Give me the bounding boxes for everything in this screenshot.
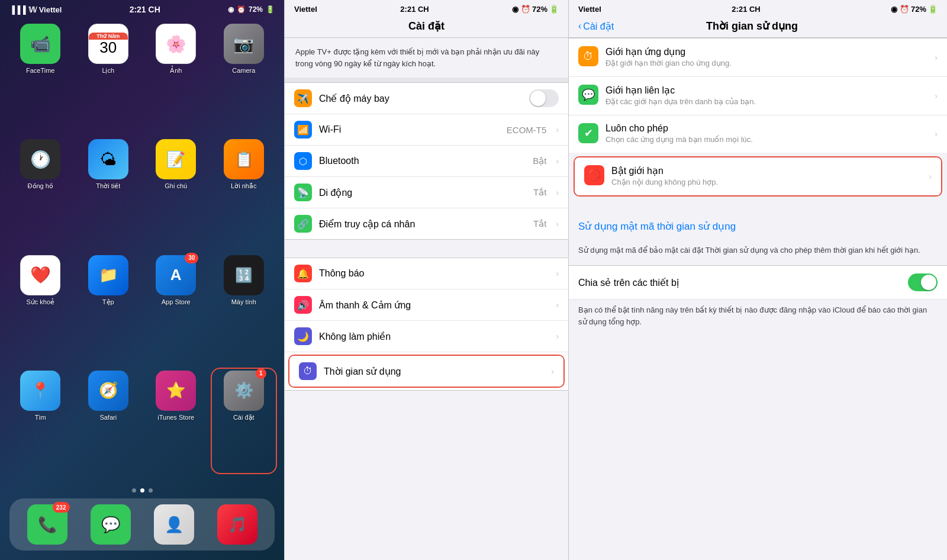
app-grid: 📹 FaceTime Thứ Năm 30 Lịch 🌸 Ảnh 📷 Camer… [0,17,284,482]
itunes-icon-img: ⭐ [156,371,196,411]
passcode-link[interactable]: Sử dụng mật mã thời gian sử dụng [569,213,947,240]
promo-banner: Apple TV+ được tặng kèm với thiết bị mới… [285,38,568,82]
clock-glyph: 🕐 [30,150,51,169]
app-limits-row[interactable]: ⏱ Giới hạn ứng dụng Đặt giới hạn thời gi… [569,38,947,77]
itunes-label: iTunes Store [157,414,194,421]
screentime-row[interactable]: ⏱ Thời gian sử dụng › [289,356,563,387]
dot-2 [140,488,144,493]
files-label: Tệp [102,298,114,306]
cellular-row[interactable]: 📡 Di động Tắt › [285,177,568,208]
app-weather[interactable]: 🌤 Thời tiết [80,139,137,244]
screentime-highlight: ⏱ Thời gian sử dụng › [288,355,565,388]
app-clock[interactable]: 🕐 Đồng hồ [12,139,69,244]
app-facetime[interactable]: 📹 FaceTime [12,24,69,128]
safari-label: Safari [99,414,117,421]
weather-icon-img: 🌤 [88,139,128,179]
back-chevron-icon: ‹ [578,21,581,31]
notifications-label: Thông báo [319,268,549,279]
app-settings[interactable]: ⚙️ 1 Cài đặt [215,371,273,475]
screentime-icon: ⏱ [299,362,317,380]
camera-icon-img: 📷 [224,24,264,64]
enable-limits-subtitle: Chặn nội dung không phù hợp. [611,178,922,188]
app-appstore[interactable]: A 30 App Store [147,255,205,360]
dnd-row[interactable]: 🌙 Không làm phiền › [285,321,568,352]
cal-day: 30 [99,40,117,55]
dot-1 [132,488,136,493]
always-allowed-text: Luôn cho phép Chọn các ứng dụng mà bạn m… [605,123,927,145]
safari-icon-img: 🧭 [88,371,128,411]
app-safari[interactable]: 🧭 Safari [80,371,137,475]
app-calendar[interactable]: Thứ Năm 30 Lịch [80,24,137,128]
share-row[interactable]: Chia sẻ trên các thiết bị [569,265,947,300]
gap-2 [569,200,947,212]
cellular-value: Tắt [533,187,546,198]
hotspot-icon: 🔗 [294,215,312,233]
location-icon: ◉ [228,5,234,14]
enable-limits-row[interactable]: 🚫 Bật giới hạn Chặn nội dung không phù h… [575,157,941,195]
settings-label: Cài đặt [233,414,255,421]
airplane-row[interactable]: ✈️ Chế độ máy bay [285,83,568,114]
app-files[interactable]: 📁 Tệp [80,255,137,360]
facetime-label: FaceTime [26,67,55,74]
wifi-label: Wi-Fi [319,124,500,135]
dock-music[interactable]: 🎵 [217,504,257,545]
communication-text: Giới hạn liên lạc Đặt các giới hạn dựa t… [605,85,927,107]
find-glyph: 📍 [31,381,50,400]
music-glyph: 🎵 [228,516,247,534]
app-notes[interactable]: 📝 Ghi chú [147,139,205,244]
app-camera[interactable]: 📷 Camera [215,24,273,128]
bluetooth-row[interactable]: ⬡ Bluetooth Bật › [285,146,568,177]
connectivity-group: ✈️ Chế độ máy bay 📶 Wi-Fi ECOM-T5 › ⬡ Bl… [285,82,568,240]
promo-text: Apple TV+ được tặng kèm với thiết bị mới… [295,47,539,68]
health-icon-img: ❤️ [20,255,60,295]
dock: 📞 232 💬 👤 🎵 [9,498,275,551]
app-find[interactable]: 📍 Tìm [12,371,69,475]
dock-contacts[interactable]: 👤 [154,504,194,545]
app-reminders[interactable]: 📋 Lời nhắc [215,139,273,244]
photos-icon-img: 🌸 [156,24,196,64]
calendar-label: Lịch [102,67,114,75]
enable-limits-title: Bật giới hạn [611,165,922,176]
hotspot-label: Điểm truy cập cá nhân [319,218,526,230]
airplane-label: Chế độ máy bay [319,93,522,104]
personal-hotspot-row[interactable]: 🔗 Điểm truy cập cá nhân Tắt › [285,208,568,239]
enable-limits-chevron: › [929,172,932,181]
p2-carrier: Viettel [294,5,317,14]
app-itunes[interactable]: ⭐ iTunes Store [147,371,205,475]
cellular-label: Di động [319,187,526,198]
carrier-wifi: ▐▐▐ 𝕎 Viettel [9,5,62,14]
app-calculator[interactable]: 🔢 Máy tính [215,255,273,360]
iphone-home-screen: ▐▐▐ 𝕎 Viettel 2:21 CH ◉ ⏰ 72% 🔋 📹 FaceTi… [0,0,284,560]
always-allowed-subtitle: Chọn các ứng dụng mà bạn muốn mọi lúc. [605,135,927,145]
wifi-row-icon: 📶 [294,121,312,139]
settings-icon-img: ⚙️ 1 [224,371,264,411]
notifications-row[interactable]: 🔔 Thông báo › [285,258,568,289]
p2-battery: ◉ ⏰ 72% 🔋 [512,5,559,14]
share-text: Chia sẻ trên các thiết bị [578,277,901,288]
p3-items-group: ⏱ Giới hạn ứng dụng Đặt giới hạn thời gi… [569,38,947,153]
dock-messages[interactable]: 💬 [91,504,131,545]
app-limits-chevron: › [935,53,938,62]
camera-label: Camera [232,67,255,74]
always-allowed-chevron: › [935,129,938,139]
files-icon-img: 📁 [88,255,128,295]
share-toggle[interactable] [908,273,938,291]
calculator-icon-img: 🔢 [224,255,264,295]
screentime-detail-screen: Viettel 2:21 CH ◉ ⏰ 72% 🔋 ‹ Cài đặt Thời… [568,0,947,560]
communication-row[interactable]: 💬 Giới hạn liên lạc Đặt các giới hạn dựa… [569,77,947,115]
system-group: 🔔 Thông báo › 🔊 Âm thanh & Cảm ứng › 🌙 K… [285,258,568,391]
dock-phone[interactable]: 📞 232 [27,504,67,545]
sounds-row[interactable]: 🔊 Âm thanh & Cảm ứng › [285,289,568,321]
app-limits-text: Giới hạn ứng dụng Đặt giới hạn thời gian… [605,46,927,69]
app-health[interactable]: ❤️ Sức khoẻ [12,255,69,360]
facetime-glyph: 📹 [30,34,51,54]
app-limits-title: Giới hạn ứng dụng [605,46,927,57]
app-photos[interactable]: 🌸 Ảnh [147,24,205,128]
airplane-toggle[interactable] [529,89,559,107]
always-allowed-row[interactable]: ✔ Luôn cho phép Chọn các ứng dụng mà bạn… [569,115,947,153]
hotspot-value: Tắt [533,218,546,229]
share-section: Chia sẻ trên các thiết bị Bạn có thể bật… [569,265,947,336]
back-button[interactable]: ‹ Cài đặt [578,21,614,32]
wifi-row[interactable]: 📶 Wi-Fi ECOM-T5 › [285,114,568,146]
signal-icon: ▐▐▐ [9,5,26,14]
